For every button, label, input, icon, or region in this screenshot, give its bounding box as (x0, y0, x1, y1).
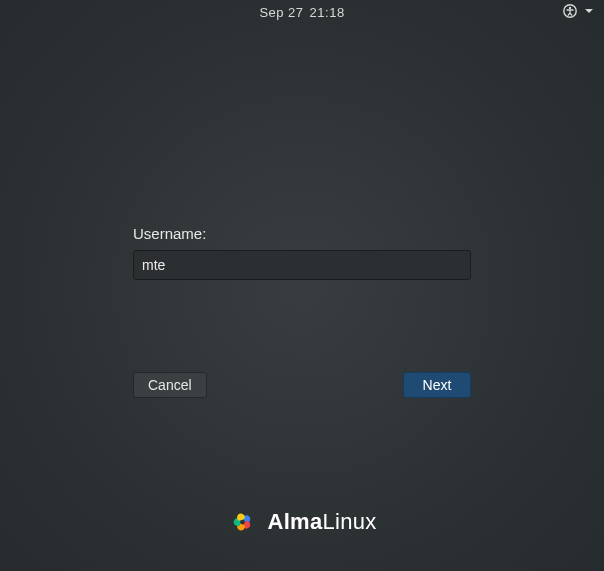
next-button[interactable]: Next (403, 372, 471, 398)
action-button-row: Cancel Next (133, 372, 471, 398)
top-bar: Sep 2721:18 (0, 0, 604, 24)
distro-name: AlmaLinux (267, 509, 376, 535)
username-input[interactable] (133, 250, 471, 280)
clock-date: Sep 27 (259, 5, 303, 20)
chevron-down-icon[interactable] (584, 6, 594, 16)
almalinux-logo-icon (227, 507, 257, 537)
svg-point-1 (569, 7, 571, 9)
distro-name-bold: Alma (267, 509, 322, 534)
clock: Sep 2721:18 (259, 5, 344, 20)
cancel-button[interactable]: Cancel (133, 372, 207, 398)
login-form: Username: (133, 225, 471, 280)
username-label: Username: (133, 225, 471, 242)
clock-time: 21:18 (310, 5, 345, 20)
distro-name-light: Linux (322, 509, 376, 534)
system-tray[interactable] (562, 3, 594, 19)
accessibility-icon[interactable] (562, 3, 578, 19)
distro-branding: AlmaLinux (227, 507, 376, 537)
